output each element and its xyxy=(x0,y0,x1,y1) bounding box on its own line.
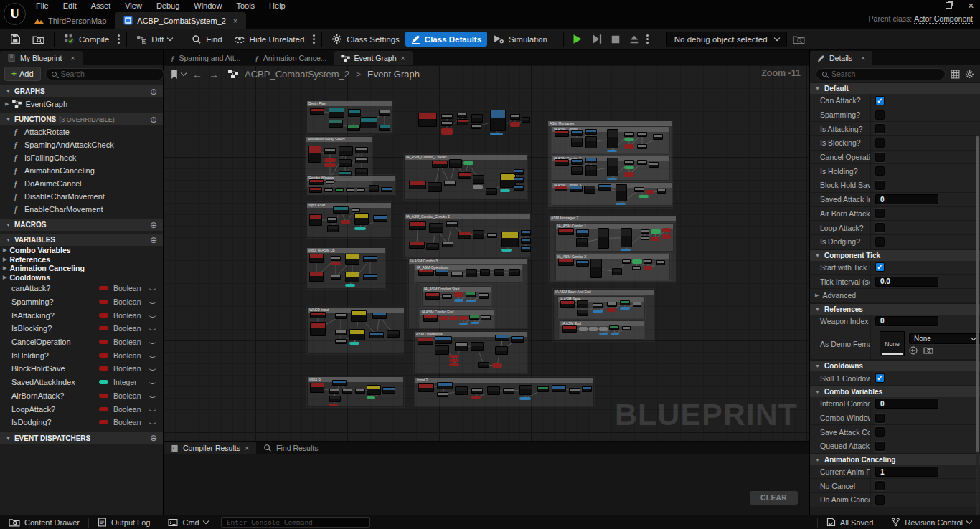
graph-node[interactable] xyxy=(327,217,337,223)
comment-box[interactable]: IA_ASM Combo 2 xyxy=(555,254,670,280)
graph-node[interactable] xyxy=(593,310,603,313)
value-input[interactable]: 0 xyxy=(875,194,938,204)
graph-node[interactable] xyxy=(339,159,352,167)
graph-node[interactable] xyxy=(347,125,360,131)
graph-tab-spaming-and-att-[interactable]: ƒSpaming and Att... xyxy=(164,51,248,65)
browse-asset-button[interactable] xyxy=(27,32,50,47)
graph-node[interactable] xyxy=(552,385,566,392)
graph-node[interactable] xyxy=(355,157,368,163)
menu-asset[interactable]: Asset xyxy=(84,1,118,11)
menu-debug[interactable]: Debug xyxy=(149,1,187,11)
graph-node[interactable] xyxy=(425,292,440,300)
chevron-down-icon[interactable] xyxy=(181,70,187,76)
variable-row[interactable]: BlockHoldSaveBoolean xyxy=(0,362,163,376)
graph-node[interactable] xyxy=(327,225,339,232)
stop-button[interactable] xyxy=(606,32,625,47)
graph-node[interactable] xyxy=(510,122,520,127)
graph-node[interactable] xyxy=(458,172,471,179)
graph-node[interactable] xyxy=(331,256,341,261)
graph-node[interactable] xyxy=(449,359,459,362)
menu-help[interactable]: Help xyxy=(262,1,293,11)
graph-node[interactable] xyxy=(466,300,476,302)
graph-node[interactable] xyxy=(409,242,425,249)
graph-node[interactable] xyxy=(479,293,489,299)
graph-node[interactable] xyxy=(352,208,360,212)
graph-node[interactable] xyxy=(599,327,608,331)
graph-node[interactable] xyxy=(332,380,347,386)
value-input[interactable]: 0 xyxy=(875,316,938,326)
graph-node[interactable] xyxy=(560,300,575,308)
find-button[interactable]: Find xyxy=(186,32,227,47)
graph-node[interactable] xyxy=(576,260,589,267)
graph-node[interactable] xyxy=(387,330,400,338)
graph-node[interactable] xyxy=(582,386,592,392)
graph-node[interactable] xyxy=(369,332,384,338)
comment-box[interactable]: IA ASM Save xyxy=(557,296,645,318)
checkbox[interactable] xyxy=(875,181,885,190)
graph-node[interactable] xyxy=(363,256,377,262)
checkbox[interactable] xyxy=(875,237,885,247)
graph-node[interactable] xyxy=(346,188,354,192)
graph-node[interactable] xyxy=(662,228,671,232)
comment-box[interactable]: Input W ASM LB xyxy=(306,247,385,289)
details-row-label[interactable]: Advanced xyxy=(822,291,856,300)
graph-node[interactable] xyxy=(418,338,433,345)
graph-node[interactable] xyxy=(471,388,483,394)
graph-node[interactable] xyxy=(354,213,369,225)
comment-box[interactable]: IA_ASM_Combo_Checks xyxy=(404,154,527,200)
function-item[interactable]: ƒIsFallingCheck xyxy=(0,151,163,164)
hide-unrelated-button[interactable]: Hide Unrelated xyxy=(228,32,311,47)
graph-node[interactable] xyxy=(310,322,326,336)
graph-node[interactable] xyxy=(514,185,524,191)
graph-node[interactable] xyxy=(329,404,338,406)
graph-node[interactable] xyxy=(409,181,426,189)
clear-button[interactable]: CLEAR xyxy=(750,491,798,505)
graph-node[interactable] xyxy=(449,363,459,366)
graph-node[interactable] xyxy=(418,270,434,276)
graph-item-eventgraph[interactable]: ▶EventGraph xyxy=(0,97,163,110)
graph-node[interactable] xyxy=(509,269,520,276)
minimize-icon[interactable]: ─ xyxy=(924,1,930,11)
graph-node[interactable] xyxy=(521,238,531,244)
visibility-eye-icon[interactable] xyxy=(149,380,156,384)
graph-node[interactable] xyxy=(607,129,618,148)
graph-node[interactable] xyxy=(562,325,577,333)
comment-box[interactable]: IA_ASM_Combo_Checks 2 xyxy=(404,214,531,258)
graph-node[interactable] xyxy=(442,294,452,299)
graph-node[interactable] xyxy=(558,228,574,235)
graph-node[interactable] xyxy=(616,184,627,201)
graph-node[interactable] xyxy=(441,114,453,119)
graph-node[interactable] xyxy=(585,129,597,135)
graph-node[interactable] xyxy=(622,259,631,264)
graph-node[interactable] xyxy=(569,388,580,394)
graph-node[interactable] xyxy=(490,110,506,131)
graph-node[interactable] xyxy=(466,269,477,277)
graph-node[interactable] xyxy=(354,227,366,230)
section-graphs[interactable]: ▼GRAPHS⊕ xyxy=(0,85,163,97)
graph-node[interactable] xyxy=(345,272,359,282)
comment-box[interactable]: ASM Montages 2IA_ASM Combo 1IA_ASM Combo… xyxy=(549,215,677,283)
menu-edit[interactable]: Edit xyxy=(56,1,84,11)
bookmark-icon[interactable] xyxy=(171,70,178,79)
graph-node[interactable] xyxy=(579,327,588,331)
visibility-eye-icon[interactable] xyxy=(149,394,156,398)
graph-node[interactable] xyxy=(457,119,468,125)
graph-node[interactable] xyxy=(335,313,347,319)
graph-node[interactable] xyxy=(612,268,622,275)
graph-node[interactable] xyxy=(555,130,569,137)
comment-box[interactable]: IA_ASM Comfort Start xyxy=(422,286,491,307)
graph-node[interactable] xyxy=(441,121,453,126)
menu-view[interactable]: View xyxy=(118,1,149,11)
graph-node[interactable] xyxy=(644,266,652,270)
comment-box[interactable]: IA ASM Save And EndIA ASM SaveIA ASM End xyxy=(553,289,654,341)
graph-node[interactable] xyxy=(495,335,509,341)
details-section-references[interactable]: ▼References xyxy=(810,303,980,315)
comment-box[interactable]: Input ASM xyxy=(306,202,392,238)
graph-node[interactable] xyxy=(649,162,659,168)
visibility-eye-icon[interactable] xyxy=(149,313,156,318)
graph-node[interactable] xyxy=(577,310,588,316)
variable-row[interactable]: CancelOperationBoolean xyxy=(0,335,163,349)
graph-node[interactable] xyxy=(310,312,326,318)
checkbox[interactable] xyxy=(875,209,885,218)
graph-node[interactable] xyxy=(481,315,491,320)
